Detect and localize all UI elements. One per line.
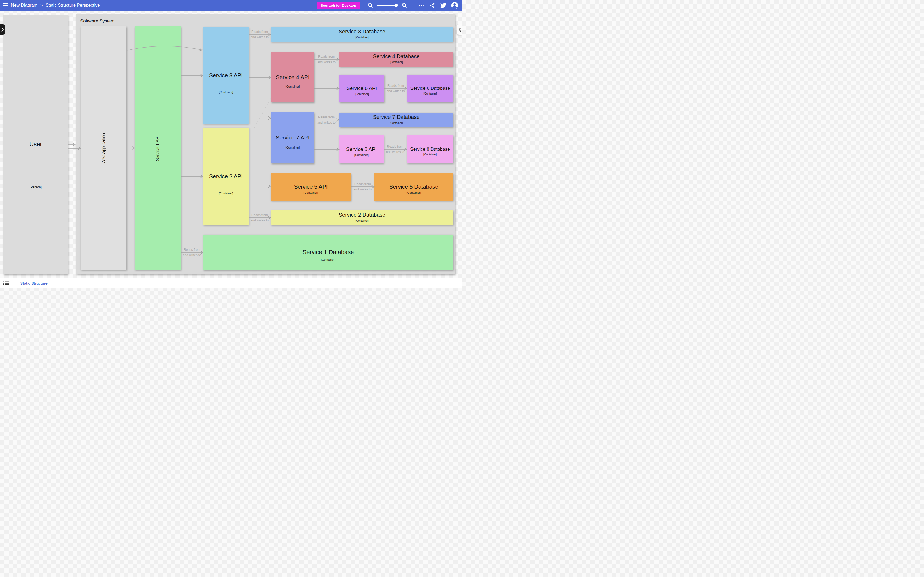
node-label: Service 8 API — [339, 147, 384, 152]
node-service-7-api[interactable]: Service 7 API[Container] — [271, 112, 314, 163]
breadcrumb-diagram-name[interactable]: New Diagram — [11, 3, 37, 8]
node-label: Web Application — [102, 133, 106, 163]
node-sublabel: [Container] — [271, 146, 314, 149]
node-label: Service 3 API — [203, 73, 249, 78]
right-panel-collapse-toggle[interactable] — [457, 24, 462, 35]
zoom-in-icon[interactable] — [401, 2, 407, 8]
breadcrumb-separator: > — [40, 3, 42, 8]
ellipsis-icon[interactable] — [418, 2, 425, 8]
node-label: Service 6 Database — [407, 86, 453, 90]
chevron-right-icon — [2, 27, 4, 32]
node-web-application[interactable]: Web Application — [81, 26, 126, 270]
node-service-5-api[interactable]: Service 5 API[Container] — [271, 173, 351, 201]
node-sublabel: [Container] — [339, 61, 453, 64]
node-service-4-database[interactable]: Service 4 Database[Container] — [339, 52, 453, 66]
node-label: Service 1 Database — [203, 249, 453, 255]
node-sublabel: [Container] — [407, 153, 453, 156]
node-user[interactable]: User[Person] — [3, 15, 68, 274]
node-label: Service 3 Database — [271, 29, 453, 34]
node-label: Service 5 Database — [374, 184, 453, 189]
node-label: Service 2 Database — [271, 212, 453, 218]
node-service-3-database[interactable]: Service 3 Database[Container] — [271, 27, 453, 42]
node-sublabel: [Container] — [339, 153, 384, 156]
node-label: Service 1 API — [156, 135, 160, 161]
node-sublabel: [Container] — [271, 191, 351, 194]
node-service-1-api[interactable]: Service 1 API — [135, 26, 181, 270]
share-icon[interactable] — [429, 2, 435, 8]
node-label: User — [3, 141, 68, 147]
node-sublabel: [Container] — [203, 258, 453, 261]
node-label: Software System — [80, 19, 115, 23]
zoom-control — [367, 2, 407, 8]
node-sublabel: [Container] — [271, 85, 314, 88]
node-label: Service 7 Database — [339, 114, 453, 120]
node-sublabel: [Container] — [339, 122, 453, 124]
left-panel-expand-toggle[interactable] — [0, 24, 5, 35]
node-service-1-database[interactable]: Service 1 Database[Container] — [203, 235, 453, 270]
chevron-left-icon — [459, 27, 461, 32]
twitter-icon[interactable] — [440, 2, 446, 9]
node-service-2-database[interactable]: Service 2 Database[Container] — [271, 210, 453, 225]
node-sublabel: [Container] — [339, 93, 384, 96]
node-label: Service 4 API — [271, 74, 314, 80]
toolbar-icon-row — [418, 2, 458, 9]
bottom-tab-bar: Static Structure — [0, 278, 462, 288]
node-service-2-api[interactable]: Service 2 API[Container] — [203, 128, 249, 225]
account-icon[interactable] — [451, 2, 458, 9]
diagram-canvas[interactable]: Software SystemUser[Person]Web Applicati… — [0, 0, 462, 288]
menu-icon[interactable] — [3, 3, 8, 8]
node-sublabel: [Person] — [3, 185, 68, 189]
zoom-out-icon[interactable] — [367, 2, 373, 8]
node-service-4-api[interactable]: Service 4 API[Container] — [271, 52, 314, 102]
node-label: Service 5 API — [271, 184, 351, 189]
tab-static-structure[interactable]: Static Structure — [12, 278, 56, 288]
node-service-6-api[interactable]: Service 6 API[Container] — [339, 74, 384, 102]
node-sublabel: [Container] — [374, 191, 453, 194]
node-service-7-database[interactable]: Service 7 Database[Container] — [339, 113, 453, 127]
node-label: Service 7 API — [271, 135, 314, 140]
node-sublabel: [Container] — [203, 91, 249, 94]
ilograph-desktop-button[interactable]: Ilograph for Desktop — [317, 2, 360, 9]
perspective-list-icon[interactable] — [3, 281, 8, 285]
node-label: Service 2 API — [203, 173, 249, 179]
node-service-8-api[interactable]: Service 8 API[Container] — [339, 135, 384, 163]
breadcrumb: New Diagram > Static Structure Perspecti… — [11, 3, 100, 8]
top-toolbar: New Diagram > Static Structure Perspecti… — [0, 0, 462, 11]
node-service-3-api[interactable]: Service 3 API[Container] — [203, 27, 249, 124]
breadcrumb-perspective-name[interactable]: Static Structure Perspective — [46, 3, 100, 8]
node-service-8-database[interactable]: Service 8 Database[Container] — [407, 135, 453, 163]
node-service-5-database[interactable]: Service 5 Database[Container] — [374, 173, 453, 201]
node-label: Service 8 Database — [407, 147, 453, 152]
node-label: Service 6 API — [339, 86, 384, 91]
node-sublabel: [Container] — [271, 219, 453, 222]
node-sublabel: [Container] — [407, 92, 453, 95]
node-service-6-database[interactable]: Service 6 Database[Container] — [407, 74, 453, 102]
zoom-slider[interactable] — [377, 5, 398, 6]
node-sublabel: [Container] — [271, 36, 453, 39]
node-sublabel: [Container] — [203, 192, 249, 195]
node-label: Service 4 Database — [339, 54, 453, 59]
zoom-slider-knob[interactable] — [395, 4, 398, 7]
